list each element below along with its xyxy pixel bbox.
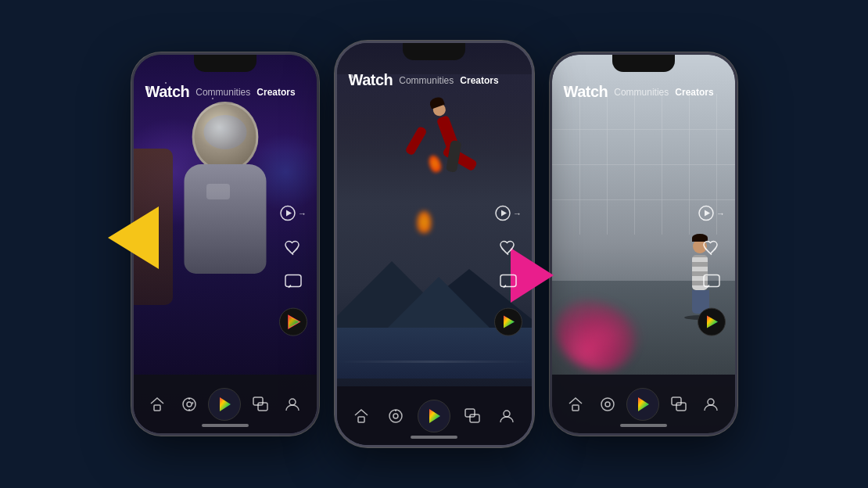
- watch-label-2[interactable]: Watch: [349, 71, 393, 89]
- svg-marker-4: [289, 316, 299, 328]
- communities-label-2[interactable]: Communities: [399, 75, 454, 86]
- side-actions-3: →: [698, 205, 726, 336]
- profile-icon-1: [285, 396, 300, 412]
- svg-rect-29: [704, 275, 719, 287]
- profile-icon-2: [499, 408, 515, 424]
- comment-icon-1: [284, 274, 303, 291]
- app-logo-1: [279, 308, 307, 336]
- smoke-effect-2: [576, 308, 638, 363]
- nav-play-2[interactable]: [418, 400, 450, 432]
- play-forward-btn-2[interactable]: →: [494, 205, 522, 222]
- home-icon-1: [149, 396, 165, 412]
- app-logo-3: [698, 308, 726, 336]
- logo-icon-2: [500, 314, 516, 330]
- app-logo-btn-2[interactable]: [494, 308, 522, 336]
- nav-explore-3[interactable]: [595, 392, 620, 417]
- svg-point-33: [605, 402, 610, 407]
- explore-icon-3: [600, 396, 615, 412]
- comment-btn-1[interactable]: [279, 274, 307, 291]
- svg-marker-18: [504, 316, 515, 328]
- home-indicator-3: [620, 424, 667, 427]
- side-actions-1: →: [279, 205, 307, 336]
- chat-icon-1: [253, 396, 268, 412]
- nav-play-3[interactable]: [626, 388, 659, 421]
- comment-icon-2: [499, 274, 518, 291]
- nav-home-3[interactable]: [563, 392, 588, 417]
- watch-label-3[interactable]: Watch: [564, 83, 608, 101]
- creators-label-1[interactable]: Creators: [256, 87, 295, 98]
- app-logo-2: [494, 308, 522, 336]
- chat-icon-3: [671, 396, 687, 412]
- svg-marker-1: [286, 210, 292, 217]
- phone-2-wrapper: Watch Communities Creators →: [335, 41, 534, 447]
- comment-btn-2[interactable]: [494, 274, 522, 291]
- communities-label-3[interactable]: Communities: [614, 87, 669, 98]
- app-logo-btn-3[interactable]: [698, 308, 726, 336]
- nav-profile-1[interactable]: [280, 392, 305, 417]
- svg-point-32: [601, 398, 614, 411]
- play-logo-icon-3: [634, 396, 651, 413]
- play-forward-btn-1[interactable]: →: [279, 205, 307, 222]
- explore-icon-2: [388, 408, 404, 424]
- svg-point-10: [187, 402, 192, 407]
- svg-rect-31: [572, 405, 579, 411]
- like-icon-1: [284, 239, 303, 257]
- phone-1-screen: Watch Communities Creators →: [134, 55, 317, 433]
- nav-home-1[interactable]: [145, 392, 170, 417]
- phone-3-screen: Watch Communities Creators →: [552, 55, 735, 433]
- phone-1-wrapper: Watch Communities Creators →: [131, 52, 319, 436]
- svg-marker-23: [429, 409, 440, 423]
- nav-explore-1[interactable]: [177, 392, 202, 417]
- forward-arrow-2: →: [513, 209, 522, 218]
- play-forward-btn-3[interactable]: →: [698, 205, 726, 222]
- nav-explore-2[interactable]: [383, 404, 408, 429]
- creators-label-2[interactable]: Creators: [460, 75, 498, 86]
- svg-marker-34: [638, 397, 649, 411]
- comment-btn-3[interactable]: [698, 274, 726, 291]
- svg-point-20: [389, 410, 402, 422]
- nav-home-2[interactable]: [349, 404, 374, 429]
- like-btn-2[interactable]: [494, 239, 522, 257]
- forward-arrow-3: →: [716, 209, 725, 218]
- side-actions-2: →: [494, 205, 522, 336]
- yellow-triangle: [108, 206, 159, 269]
- like-btn-1[interactable]: [279, 239, 307, 257]
- nav-profile-3[interactable]: [698, 392, 723, 417]
- flame-effect: [417, 211, 431, 233]
- play-logo-icon-2: [425, 407, 443, 425]
- phone-2-screen: Watch Communities Creators →: [337, 43, 532, 445]
- logo-icon-3: [704, 314, 719, 330]
- phone-1: Watch Communities Creators →: [131, 52, 319, 436]
- like-icon-3: [702, 239, 721, 257]
- logo-icon-1: [285, 314, 301, 330]
- home-icon-3: [568, 396, 583, 412]
- nav-chat-2[interactable]: [460, 404, 485, 429]
- svg-point-6: [183, 398, 195, 411]
- play-forward-icon-1: [279, 205, 296, 222]
- watch-label-1[interactable]: Watch: [145, 83, 190, 101]
- nav-chat-3[interactable]: [666, 392, 691, 417]
- explore-icon-1: [181, 396, 197, 412]
- like-icon-2: [499, 239, 518, 257]
- chat-icon-2: [464, 408, 480, 424]
- home-indicator-2: [411, 436, 457, 439]
- phone-3-wrapper: Watch Communities Creators →: [550, 52, 737, 436]
- svg-rect-17: [500, 275, 516, 287]
- svg-point-37: [708, 399, 714, 405]
- phone-2-header: Watch Communities Creators: [337, 65, 532, 95]
- like-btn-3[interactable]: [698, 239, 726, 257]
- creators-label-3[interactable]: Creators: [675, 87, 713, 98]
- profile-icon-3: [703, 396, 719, 412]
- phone-2: Watch Communities Creators →: [335, 41, 534, 447]
- nav-play-1[interactable]: [208, 388, 241, 421]
- svg-marker-28: [705, 210, 710, 217]
- svg-marker-30: [707, 316, 718, 328]
- phone-3-header: Watch Communities Creators: [552, 77, 735, 107]
- nav-profile-2[interactable]: [494, 404, 519, 429]
- communities-label-1[interactable]: Communities: [195, 87, 250, 98]
- nav-chat-1[interactable]: [248, 392, 273, 417]
- svg-rect-5: [154, 405, 160, 411]
- app-logo-btn-1[interactable]: [279, 308, 307, 336]
- svg-point-26: [504, 411, 510, 417]
- home-icon-2: [353, 408, 369, 424]
